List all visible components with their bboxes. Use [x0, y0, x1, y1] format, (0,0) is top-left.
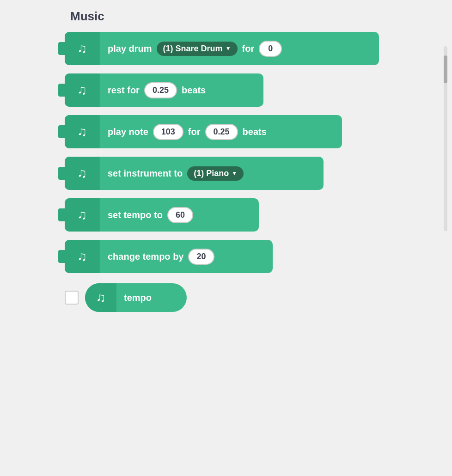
music-note-icon-2: ♫ — [77, 84, 87, 97]
tempo-checkbox[interactable] — [65, 291, 79, 305]
page-title: Music — [65, 9, 104, 24]
tempo-value[interactable]: 60 — [167, 207, 193, 223]
rest-for-block[interactable]: ♫ rest for 0.25 beats — [65, 73, 263, 107]
block-icon-change-tempo: ♫ — [65, 240, 99, 273]
music-note-icon: ♫ — [77, 42, 87, 55]
reporter-icon-area: ♫ — [85, 283, 116, 312]
rest-beats-label: beats — [182, 85, 206, 96]
set-instrument-label: set instrument to — [108, 168, 183, 179]
music-note-icon-4: ♫ — [77, 167, 87, 180]
change-tempo-text: change tempo by 20 — [99, 249, 214, 265]
chevron-down-icon: ▼ — [226, 45, 231, 52]
music-note-icon-5: ♫ — [77, 208, 87, 221]
rest-value[interactable]: 0.25 — [144, 82, 177, 98]
snare-drum-value: (1) Snare Drum — [163, 44, 223, 54]
music-note-icon-6: ♫ — [77, 250, 87, 263]
play-note-for-label: for — [188, 127, 201, 137]
block-icon-tempo: ♫ — [65, 198, 99, 232]
set-tempo-block[interactable]: ♫ set tempo to 60 — [65, 198, 259, 232]
scrollbar-thumb[interactable] — [444, 55, 447, 83]
snare-drum-dropdown[interactable]: (1) Snare Drum ▼ — [157, 42, 238, 56]
chevron-down-icon-2: ▼ — [232, 170, 237, 177]
music-note-icon-7: ♫ — [96, 291, 106, 304]
tempo-reporter-label: tempo — [116, 293, 152, 303]
reporter-row: ♫ tempo — [65, 283, 379, 312]
rest-for-text: rest for 0.25 beats — [99, 82, 206, 98]
play-note-label: play note — [108, 127, 148, 137]
music-note-icon-3: ♫ — [77, 125, 87, 138]
set-instrument-text: set instrument to (1) Piano ▼ — [99, 166, 244, 181]
set-tempo-text: set tempo to 60 — [99, 207, 193, 223]
play-note-text: play note 103 for 0.25 beats — [99, 124, 267, 140]
play-drum-label: play drum — [108, 43, 152, 54]
scrollbar[interactable] — [444, 46, 447, 231]
change-tempo-value[interactable]: 20 — [188, 249, 214, 265]
tempo-reporter[interactable]: ♫ tempo — [85, 283, 187, 312]
note-value[interactable]: 103 — [153, 124, 183, 140]
rest-for-label: rest for — [108, 85, 140, 96]
play-drum-beats-value[interactable]: 0 — [259, 41, 282, 57]
block-icon-play-drum: ♫ — [65, 32, 99, 65]
block-icon-rest: ♫ — [65, 73, 99, 107]
change-tempo-block[interactable]: ♫ change tempo by 20 — [65, 240, 273, 273]
set-tempo-label: set tempo to — [108, 210, 163, 220]
play-drum-text: play drum (1) Snare Drum ▼ for 0 — [99, 41, 282, 57]
note-beats-value[interactable]: 0.25 — [205, 124, 238, 140]
block-icon-play-note: ♫ — [65, 115, 99, 148]
play-drum-for-label: for — [242, 43, 255, 54]
set-instrument-block[interactable]: ♫ set instrument to (1) Piano ▼ — [65, 157, 324, 190]
play-note-block[interactable]: ♫ play note 103 for 0.25 beats — [65, 115, 342, 148]
change-tempo-label: change tempo by — [108, 251, 183, 262]
piano-dropdown[interactable]: (1) Piano ▼ — [187, 166, 244, 181]
note-beats-label: beats — [243, 127, 267, 137]
blocks-container: ♫ play drum (1) Snare Drum ▼ for 0 ♫ res… — [65, 32, 379, 312]
block-icon-instrument: ♫ — [65, 157, 99, 190]
piano-value: (1) Piano — [194, 169, 229, 178]
play-drum-block[interactable]: ♫ play drum (1) Snare Drum ▼ for 0 — [65, 32, 379, 65]
